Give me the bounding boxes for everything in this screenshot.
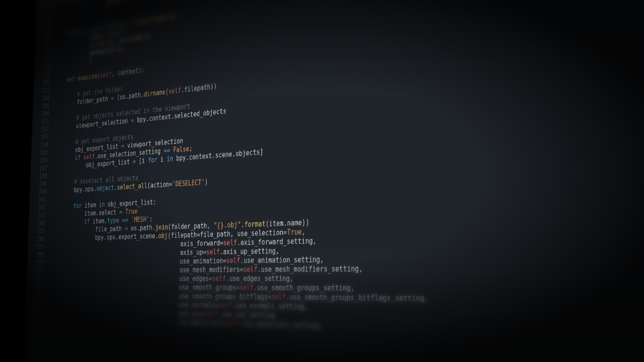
line-number: 206 [28,235,45,244]
line-number: 209 [27,259,44,267]
line-number: 203 [29,212,46,220]
line-number: 207 [28,243,45,251]
line-number: 205 [28,227,45,236]
line-number: 210 [27,267,44,275]
code-line[interactable]: use_edges=self.use_edges_setting, [48,273,644,284]
line-number: 204 [29,220,46,228]
line-number: 211 [27,275,44,283]
line-number: 202 [29,204,46,212]
line-number: 213 [26,291,43,299]
line-number: 215 [25,307,42,315]
line-number: 201 [29,196,46,204]
line-number: 208 [28,251,45,259]
line-number: 216 [25,315,42,323]
editor-window: 1771781791801811821831841851861871881891… [21,0,644,362]
line-number: 214 [26,299,43,307]
code-area[interactable]: default='Y', ) global_scale_setting = Fl… [41,0,644,362]
code-editor[interactable]: 1771781791801811821831841851861871881891… [21,0,644,362]
line-number: 212 [26,283,43,291]
scene: 1771781791801811821831841851861871881891… [0,0,644,362]
